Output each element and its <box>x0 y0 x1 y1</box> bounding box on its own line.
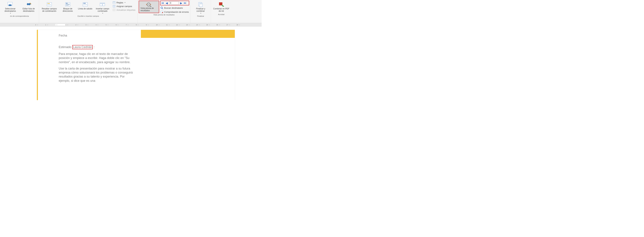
chevron-down-icon: ▾ <box>10 12 11 14</box>
check-errors-icon <box>160 10 163 13</box>
group-preview-label: Vista previa de resultados <box>139 13 189 16</box>
svg-rect-36 <box>200 4 202 4</box>
update-labels-icon <box>113 8 116 11</box>
finish-merge-icon <box>198 1 204 7</box>
address-block-label: Bloque de direcciones <box>60 8 76 12</box>
match-fields-label: Asignar campos <box>116 5 132 7</box>
preview-results-highlight: ABC Vista previa de resultados <box>139 1 159 13</box>
check-errors-label: Comprobación de errores <box>164 11 189 13</box>
rules-icon <box>113 1 116 4</box>
ribbon-group-write: Resaltar campos de combinación Bloque de… <box>39 0 138 23</box>
find-recipient-label: Buscar destinatario <box>164 7 183 9</box>
finish-merge-button[interactable]: Finalizar y combinar ▾ <box>191 1 210 15</box>
paragraph-1[interactable]: Para empezar, haga clic en el texto de m… <box>59 52 137 64</box>
address-block-button[interactable]: Bloque de direcciones <box>58 1 77 13</box>
svg-rect-6 <box>48 3 50 4</box>
pdf-merge-icon <box>218 1 224 7</box>
page: Fecha Estimado Laura Cedrián : Para empe… <box>37 30 235 100</box>
preview-results-button[interactable]: ABC Vista previa de resultados <box>139 1 158 12</box>
merge-pdf-label: Combinar en PDF de Ad <box>213 8 230 12</box>
chevron-down-icon: ▾ <box>124 2 126 3</box>
people-add-icon <box>7 1 13 7</box>
greeting-suffix: : <box>94 45 94 49</box>
svg-rect-23 <box>113 2 115 2</box>
group-acrobat-label: Acrobat <box>212 13 230 16</box>
rules-label: Reglas <box>116 1 123 4</box>
document-canvas[interactable]: Fecha Estimado Laura Cedrián : Para empe… <box>0 26 262 100</box>
group-finish-label: Finalizar <box>191 15 210 17</box>
svg-rect-12 <box>66 4 70 5</box>
page-accent-bar <box>37 30 38 100</box>
greeting-name-highlight: Laura Cedrián <box>72 45 93 49</box>
svg-rect-18 <box>100 3 102 6</box>
next-record-button[interactable]: ▶ <box>180 1 183 5</box>
svg-rect-15 <box>83 3 86 3</box>
record-number-input[interactable] <box>169 1 178 5</box>
svg-rect-11 <box>66 4 70 4</box>
svg-rect-19 <box>103 3 105 6</box>
highlight-fields-label: Resaltar campos de combinación <box>41 8 58 12</box>
record-navigation-highlight: ⏮ ◀ ▶ ⏭ <box>160 1 189 5</box>
preview-results-label: Vista previa de resultados <box>140 7 157 12</box>
paragraph-2[interactable]: Use la carta de presentación para mostra… <box>59 66 137 83</box>
ribbon: Seleccionar destinatarios ▾ Editar lista… <box>0 0 262 23</box>
last-record-button[interactable]: ⏭ <box>184 1 187 4</box>
greeting-line-label: Línea de saludo <box>78 8 92 10</box>
side-yellow-band <box>141 30 235 38</box>
insert-field-label: Insertar campo combinado <box>94 8 111 12</box>
edit-recipients-button[interactable]: Editar lista de destinatarios <box>20 1 38 13</box>
svg-point-33 <box>162 12 163 13</box>
svg-rect-24 <box>113 5 114 7</box>
chevron-down-icon: ▾ <box>102 12 103 14</box>
svg-rect-20 <box>100 3 102 4</box>
svg-text:ABC: ABC <box>148 4 150 5</box>
letter-body[interactable]: Fecha Estimado Laura Cedrián : Para empe… <box>37 30 141 100</box>
match-fields-button[interactable]: Asignar campos <box>112 5 136 8</box>
check-errors-button[interactable]: Comprobación de errores <box>160 10 189 13</box>
rules-button[interactable]: Reglas ▾ <box>112 1 136 4</box>
ribbon-group-acrobat: Combinar en PDF de Ad Acrobat <box>211 0 232 23</box>
svg-rect-8 <box>48 5 51 5</box>
svg-rect-26 <box>113 9 115 11</box>
highlight-fields-icon <box>46 1 52 7</box>
select-recipients-button[interactable]: Seleccionar destinatarios ▾ <box>1 1 20 15</box>
date-placeholder[interactable]: Fecha <box>59 34 137 37</box>
svg-rect-25 <box>114 5 115 7</box>
group-write-label: Escribir e insertar campos <box>40 15 136 17</box>
svg-point-30 <box>161 7 162 8</box>
greeting-line[interactable]: Estimado Laura Cedrián : <box>59 45 137 49</box>
chevron-down-icon: ▾ <box>200 12 201 14</box>
first-record-button[interactable]: ⏮ <box>161 1 164 4</box>
match-fields-icon <box>113 5 116 7</box>
select-recipients-label: Seleccionar destinatarios <box>2 8 18 12</box>
find-recipient-button[interactable]: Buscar destinatario <box>160 6 189 9</box>
svg-point-2 <box>10 4 12 6</box>
svg-line-29 <box>150 6 151 7</box>
svg-rect-21 <box>103 3 104 4</box>
magnifier-abc-icon: ABC <box>146 2 152 7</box>
greeting-name: Laura Cedrián <box>73 45 92 49</box>
merge-pdf-button[interactable]: Combinar en PDF de Ad <box>212 1 230 13</box>
svg-rect-13 <box>66 5 68 5</box>
address-block-icon <box>65 1 71 7</box>
svg-rect-22 <box>113 1 115 3</box>
people-edit-icon <box>26 1 32 7</box>
svg-rect-16 <box>83 4 87 4</box>
greeting-line-button[interactable]: Línea de saludo <box>77 1 93 11</box>
svg-rect-10 <box>66 3 68 3</box>
svg-rect-7 <box>48 4 51 4</box>
group-start-label: ón de correspondencia <box>1 15 38 17</box>
horizontal-ruler[interactable]: 2 · ı · 1 · ı · · ı · 1 · ı · 2 · ı · 3 … <box>0 23 262 26</box>
highlight-merge-fields-button[interactable]: Resaltar campos de combinación <box>40 1 58 13</box>
greeting-prefix: Estimado <box>59 45 71 49</box>
greeting-line-icon <box>82 1 88 7</box>
ribbon-group-finish: Finalizar y combinar ▾ Finalizar <box>190 0 211 23</box>
edit-recipients-label: Editar lista de destinatarios <box>20 8 37 12</box>
page-side-column <box>141 30 235 100</box>
insert-merge-field-button[interactable]: Insertar campo combinado ▾ <box>93 1 112 15</box>
svg-line-31 <box>162 8 163 9</box>
update-labels-button: Actualizar etiquetas <box>112 8 136 11</box>
insert-field-icon <box>100 1 106 7</box>
prev-record-button[interactable]: ◀ <box>165 1 168 5</box>
svg-rect-17 <box>83 5 87 5</box>
